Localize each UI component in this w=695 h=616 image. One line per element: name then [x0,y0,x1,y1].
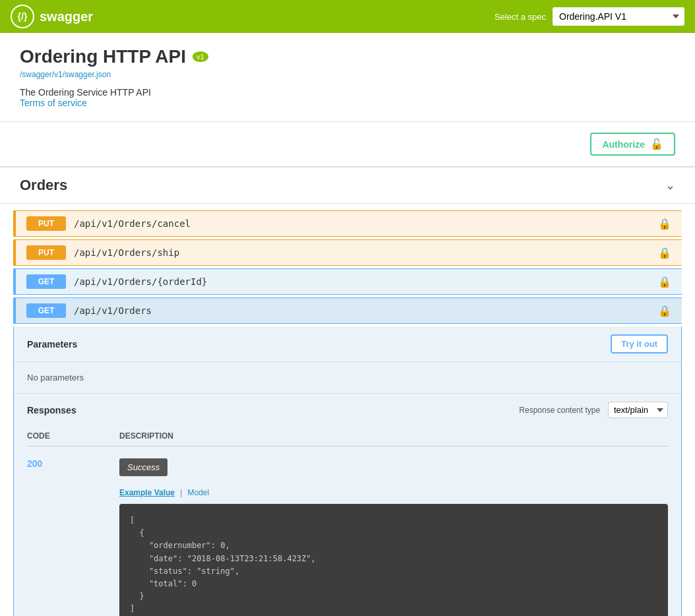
lock-icon-orderid: 🔒 [658,276,671,288]
endpoint-path-ship: /api/v1/Orders/ship [74,247,658,258]
response-row-200: 200 Success Example Value Model [ { "ord… [27,452,668,616]
endpoint-path-orders: /api/v1/Orders [74,305,658,316]
model-tab[interactable]: Model [187,487,214,499]
endpoint-path-cancel: /api/v1/Orders/cancel [74,218,658,229]
response-status-200: Success [119,458,167,476]
responses-header: Responses Response content type text/pla… [27,402,668,418]
orders-section-title: Orders [20,177,67,194]
endpoint-get-orders[interactable]: GET /api/v1/Orders 🔒 [13,297,682,324]
orders-section: Orders ⌄ PUT /api/v1/Orders/cancel 🔒 PUT… [0,167,695,616]
example-tabs-200: Example Value Model [119,487,668,499]
authorize-section: Authorize 🔓 [0,122,695,167]
spec-selector[interactable]: Ordering.API V1 [553,7,684,26]
swagger-logo-icon: {/} [11,5,34,28]
endpoint-path-orderid: /api/v1/Orders/{orderId} [74,276,658,287]
brand-name: swagger [40,9,93,24]
endpoints-list: PUT /api/v1/Orders/cancel 🔒 PUT /api/v1/… [0,204,695,616]
put-badge-cancel: PUT [26,216,66,231]
api-url-link[interactable]: /swagger/v1/swagger.json [20,70,675,79]
responses-title: Responses [27,405,76,416]
authorize-label: Authorize [602,139,645,150]
response-code-200: 200 [27,458,119,469]
lock-icon-cancel: 🔒 [658,218,671,230]
example-value-tab[interactable]: Example Value [119,487,187,499]
orders-section-header[interactable]: Orders ⌄ [0,167,695,204]
col-code-header: Code [27,431,119,441]
get-badge-orders: GET [26,303,66,318]
put-badge-ship: PUT [26,245,66,260]
lock-icon: 🔓 [650,138,663,150]
try-it-out-button[interactable]: Try it out [611,334,668,354]
logo-symbol: {/} [18,11,28,22]
content-type-wrapper: Response content type text/plain [519,402,668,418]
api-header: Ordering HTTP API v1 /swagger/v1/swagger… [0,33,695,122]
lock-icon-orders: 🔒 [658,305,671,317]
no-params-label: No parameters [27,373,84,383]
code-block-200: [ { "ordernumber": 0, "date": "2018-08-1… [119,504,668,616]
brand-logo: {/} swagger [11,5,93,28]
authorize-button[interactable]: Authorize 🔓 [590,133,675,156]
parameters-header: Parameters Try it out [14,326,681,362]
endpoint-detail-get-orders: Parameters Try it out No parameters Resp… [13,326,682,616]
terms-link[interactable]: Terms of service [20,98,87,108]
api-title: Ordering HTTP API [20,46,186,67]
content-type-label: Response content type [519,406,600,415]
col-desc-header: Description [119,431,668,441]
get-badge-orderid: GET [26,274,66,289]
response-desc-200: Success Example Value Model [ { "ordernu… [119,458,668,616]
table-header-row: Code Description [27,426,668,447]
lock-icon-ship: 🔒 [658,247,671,259]
spec-select-label: Select a spec [495,12,546,22]
page-content: Ordering HTTP API v1 /swagger/v1/swagger… [0,33,695,616]
chevron-down-icon: ⌄ [665,178,675,193]
no-params-text: No parameters [14,362,681,393]
navbar-right: Select a spec Ordering.API V1 [495,7,684,26]
endpoint-get-orderid[interactable]: GET /api/v1/Orders/{orderId} 🔒 [13,268,682,295]
endpoint-put-ship[interactable]: PUT /api/v1/Orders/ship 🔒 [13,239,682,266]
api-title-row: Ordering HTTP API v1 [20,46,675,67]
navbar: {/} swagger Select a spec Ordering.API V… [0,0,695,33]
api-description: The Ordering Service HTTP API [20,87,675,98]
endpoint-put-cancel[interactable]: PUT /api/v1/Orders/cancel 🔒 [13,210,682,237]
responses-table: Code Description 200 Success Example Val… [27,426,668,616]
api-version-badge: v1 [193,51,208,62]
content-type-select[interactable]: text/plain [608,402,668,418]
responses-section: Responses Response content type text/pla… [14,393,681,616]
parameters-title: Parameters [27,339,77,350]
